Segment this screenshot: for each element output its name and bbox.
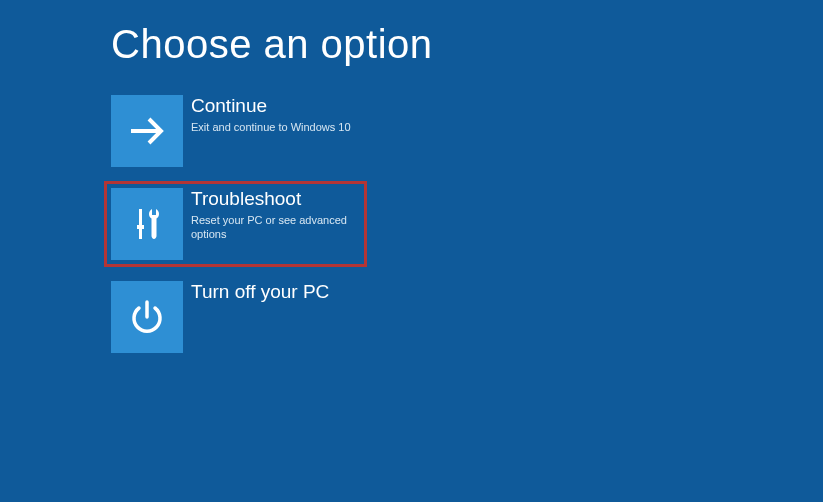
troubleshoot-description: Reset your PC or see advanced options [191,213,360,242]
troubleshoot-option[interactable]: Troubleshoot Reset your PC or see advanc… [104,181,367,267]
power-icon [111,281,183,353]
svg-rect-5 [139,209,142,225]
continue-description: Exit and continue to Windows 10 [191,120,351,134]
continue-title: Continue [191,95,351,118]
troubleshoot-title: Troubleshoot [191,188,360,211]
arrow-right-icon [111,95,183,167]
page-title: Choose an option [111,22,823,67]
svg-rect-7 [139,229,142,239]
svg-marker-6 [137,225,144,229]
continue-option[interactable]: Continue Exit and continue to Windows 10 [111,95,367,167]
turnoff-title: Turn off your PC [191,281,329,304]
tools-icon [111,188,183,260]
turnoff-option[interactable]: Turn off your PC [111,281,367,353]
svg-rect-4 [125,202,169,246]
